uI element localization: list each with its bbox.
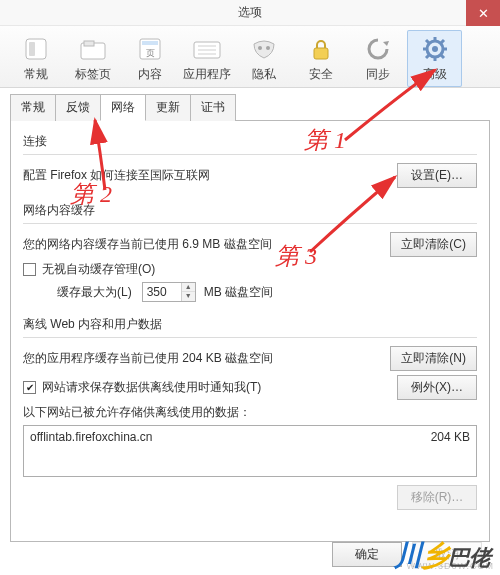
watermark-logo: 川乡巴佬 bbox=[394, 537, 490, 575]
toolbar-item-security[interactable]: 安全 bbox=[293, 30, 348, 87]
cache-max-value: 350 bbox=[143, 285, 181, 299]
cache-desc: 您的网络内容缓存当前已使用 6.9 MB 磁盘空间 bbox=[23, 236, 272, 253]
close-button[interactable]: ✕ bbox=[466, 0, 500, 26]
gear-icon bbox=[422, 34, 448, 64]
toolbar-item-label: 标签页 bbox=[75, 66, 111, 83]
svg-rect-1 bbox=[29, 42, 35, 56]
toolbar-item-label: 高级 bbox=[423, 66, 447, 83]
toolbar-item-tabs[interactable]: 标签页 bbox=[65, 30, 120, 87]
offline-list-desc: 以下网站已被允许存储供离线使用的数据： bbox=[23, 404, 251, 421]
toolbar-item-content[interactable]: 页 内容 bbox=[122, 30, 177, 87]
notify-offline-checkbox[interactable]: ✔ bbox=[23, 381, 36, 394]
cache-max-label-pre: 缓存最大为(L) bbox=[57, 284, 132, 301]
toolbar-item-applications[interactable]: 应用程序 bbox=[179, 30, 234, 87]
connection-desc: 配置 Firefox 如何连接至国际互联网 bbox=[23, 167, 210, 184]
svg-rect-5 bbox=[142, 41, 158, 45]
toolbar-item-label: 应用程序 bbox=[183, 66, 231, 83]
svg-point-12 bbox=[266, 46, 270, 50]
sync-icon bbox=[365, 34, 391, 64]
clear-cache-button[interactable]: 立即清除(C) bbox=[390, 232, 477, 257]
mask-icon bbox=[250, 34, 278, 64]
toolbar-item-label: 内容 bbox=[138, 66, 162, 83]
svg-line-23 bbox=[426, 55, 429, 58]
toolbar-item-sync[interactable]: 同步 bbox=[350, 30, 405, 87]
cache-max-input[interactable]: 350 ▲▼ bbox=[142, 282, 196, 302]
network-panel: 连接 配置 Firefox 如何连接至国际互联网 设置(E)… 网络内容缓存 您… bbox=[10, 120, 490, 542]
toolbar-item-label: 安全 bbox=[309, 66, 333, 83]
lock-icon bbox=[309, 34, 333, 64]
toolbar-item-privacy[interactable]: 隐私 bbox=[236, 30, 291, 87]
offline-site-item: offlintab.firefoxchina.cn bbox=[30, 430, 153, 472]
override-cache-label: 无视自动缓存管理(O) bbox=[42, 261, 155, 278]
toolbar-item-advanced[interactable]: 高级 bbox=[407, 30, 462, 87]
notify-offline-label: 网站请求保存数据供离线使用时通知我(T) bbox=[42, 379, 261, 396]
content-icon: 页 bbox=[137, 34, 163, 64]
tab-updates[interactable]: 更新 bbox=[145, 94, 191, 121]
window-title: 选项 bbox=[238, 4, 262, 21]
offline-sites-listbox[interactable]: offlintab.firefoxchina.cn 204 KB bbox=[23, 425, 477, 477]
svg-rect-13 bbox=[314, 48, 328, 59]
close-icon: ✕ bbox=[478, 6, 489, 21]
offline-site-size: 204 KB bbox=[431, 430, 470, 472]
tab-network[interactable]: 网络 bbox=[100, 94, 146, 121]
tabs-icon bbox=[78, 34, 108, 64]
svg-point-16 bbox=[432, 46, 438, 52]
svg-line-24 bbox=[441, 40, 444, 43]
exceptions-button[interactable]: 例外(X)… bbox=[397, 375, 477, 400]
svg-line-21 bbox=[426, 40, 429, 43]
section-cache-title: 网络内容缓存 bbox=[23, 202, 477, 219]
svg-marker-14 bbox=[383, 41, 389, 46]
svg-point-11 bbox=[258, 46, 262, 50]
svg-rect-3 bbox=[84, 41, 94, 46]
override-cache-checkbox[interactable] bbox=[23, 263, 36, 276]
tab-feedback[interactable]: 反馈 bbox=[55, 94, 101, 121]
sub-tabs: 常规 反馈 网络 更新 证书 bbox=[10, 94, 500, 121]
toolbar-item-label: 常规 bbox=[24, 66, 48, 83]
remove-site-button[interactable]: 移除(R)… bbox=[397, 485, 477, 510]
svg-text:页: 页 bbox=[145, 48, 154, 58]
toolbar-item-label: 隐私 bbox=[252, 66, 276, 83]
category-toolbar: 常规 标签页 页 内容 应用程序 隐私 安全 同步 高级 bbox=[0, 26, 500, 88]
toolbar-item-label: 同步 bbox=[366, 66, 390, 83]
section-connection-title: 连接 bbox=[23, 133, 477, 150]
section-offline-title: 离线 Web 内容和用户数据 bbox=[23, 316, 477, 333]
toggle-icon bbox=[23, 34, 49, 64]
apps-icon bbox=[192, 34, 222, 64]
clear-offline-button[interactable]: 立即清除(N) bbox=[390, 346, 477, 371]
ok-button[interactable]: 确定 bbox=[332, 542, 402, 567]
cache-max-label-post: MB 磁盘空间 bbox=[204, 284, 273, 301]
title-bar: 选项 ✕ bbox=[0, 0, 500, 26]
toolbar-item-general[interactable]: 常规 bbox=[8, 30, 63, 87]
tab-general[interactable]: 常规 bbox=[10, 94, 56, 121]
spinner-icon[interactable]: ▲▼ bbox=[181, 283, 195, 301]
settings-button[interactable]: 设置(E)… bbox=[397, 163, 477, 188]
offline-desc: 您的应用程序缓存当前已使用 204 KB 磁盘空间 bbox=[23, 350, 273, 367]
tab-certs[interactable]: 证书 bbox=[190, 94, 236, 121]
svg-line-22 bbox=[441, 55, 444, 58]
